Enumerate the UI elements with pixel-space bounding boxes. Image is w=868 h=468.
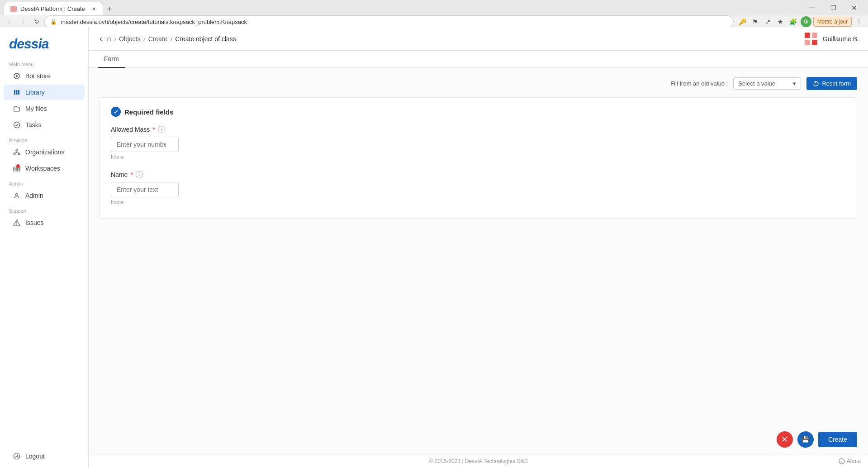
library-label: Library (25, 89, 45, 96)
translate-icon[interactable]: ⚑ (750, 16, 761, 27)
allowed-mass-input[interactable] (111, 137, 179, 152)
svg-line-12 (14, 153, 17, 153)
section-label-support: Support (0, 204, 88, 215)
reset-form-button[interactable]: Reset form (806, 77, 857, 90)
sidebar-item-admin[interactable]: Admin (4, 188, 85, 203)
issues-label: Issues (25, 219, 43, 226)
sidebar-item-my-files[interactable]: My files (4, 101, 85, 116)
breadcrumb: ‹ ⌂ › Objects › Create › Create object o… (98, 33, 236, 44)
nav-back-button[interactable]: ‹ (4, 16, 15, 28)
minimize-button[interactable]: ─ (802, 0, 823, 15)
lock-icon: 🔒 (50, 19, 57, 25)
reset-form-label: Reset form (822, 80, 851, 87)
organizations-label: Organizations (25, 148, 64, 156)
allowed-mass-hint: None (111, 154, 846, 160)
sidebar-item-bot-store[interactable]: Bot store (4, 68, 85, 84)
fill-old-value-row: Fill from an old value : Select a value … (100, 77, 857, 90)
maximize-button[interactable]: ❐ (823, 0, 844, 15)
save-icon: 💾 (802, 436, 809, 443)
share-icon[interactable]: ↗ (763, 16, 773, 27)
name-hint: None (111, 199, 846, 205)
extensions-icon[interactable]: 🔑 (737, 16, 748, 27)
name-label-text: Name (111, 171, 128, 178)
svg-point-9 (14, 153, 15, 155)
required-check-icon: ✓ (111, 107, 121, 117)
app-layout: dessia Main menu Bot store (0, 27, 868, 468)
browser-menu-icon[interactable]: ⋮ (854, 16, 864, 27)
about-label: About (847, 458, 861, 464)
user-avatar (804, 32, 818, 46)
fill-old-label: Fill from an old value : (670, 80, 728, 87)
sidebar-item-workspaces[interactable]: Workspaces (4, 161, 85, 176)
tab-close-icon[interactable]: ✕ (92, 6, 96, 12)
close-button[interactable]: ✕ (844, 0, 864, 15)
new-tab-button[interactable]: + (103, 3, 116, 15)
notification-dot (16, 164, 20, 168)
sidebar-item-issues[interactable]: Issues (4, 215, 85, 230)
cancel-button[interactable]: ✕ (777, 431, 793, 448)
about-link[interactable]: About (839, 458, 861, 464)
user-info: Guillaume B. (804, 32, 859, 46)
tab-favicon (10, 6, 17, 12)
tab-form[interactable]: Form (98, 51, 125, 68)
chevron-down-icon: ▾ (793, 80, 796, 87)
content-scroll-area: Fill from an old value : Select a value … (89, 68, 868, 425)
svg-rect-17 (17, 169, 20, 171)
breadcrumb-back-button[interactable]: ‹ (98, 33, 104, 44)
tasks-icon (13, 121, 21, 129)
svg-rect-27 (812, 40, 817, 45)
name-input[interactable] (111, 182, 179, 197)
create-button[interactable]: Create (818, 432, 857, 447)
organizations-icon (13, 148, 21, 156)
main-content: ‹ ⌂ › Objects › Create › Create object o… (89, 27, 868, 468)
allowed-mass-required: * (152, 126, 155, 133)
breadcrumb-objects[interactable]: Objects (119, 35, 140, 43)
required-fields-header: ✓ Required fields (111, 107, 846, 117)
sidebar-item-library[interactable]: Library (4, 85, 85, 100)
allowed-mass-label-text: Allowed Mass (111, 126, 150, 133)
logout-icon (13, 452, 21, 460)
field-group-name: Name * i None (111, 171, 846, 205)
breadcrumb-sep-3: › (170, 35, 172, 43)
reset-icon (813, 81, 819, 87)
svg-point-1 (16, 75, 18, 77)
breadcrumb-sep-1: › (114, 35, 116, 43)
allowed-mass-info-icon[interactable]: i (158, 126, 165, 133)
breadcrumb-current: Create object of class (175, 35, 236, 43)
nav-forward-button[interactable]: › (17, 16, 29, 28)
tab-title: DessIA Platform | Create (20, 5, 88, 12)
svg-point-10 (18, 153, 20, 155)
browser-chrome: DessIA Platform | Create ✕ + ─ ❐ ✕ ‹ › ↻… (0, 0, 868, 27)
address-bar[interactable]: 🔒 master.dessia.ovh/objects/create/tutor… (44, 15, 734, 28)
bookmark-icon[interactable]: ★ (775, 16, 786, 27)
sidebar-item-logout[interactable]: Logout (4, 449, 85, 464)
sidebar-item-organizations[interactable]: Organizations (4, 144, 85, 160)
svg-rect-14 (14, 167, 16, 169)
profile-avatar[interactable]: G (801, 16, 811, 27)
svg-point-7 (14, 122, 20, 128)
mettre-jour-button[interactable]: Mettre à jour (813, 17, 852, 27)
section-label-admin: Admin (0, 177, 88, 187)
copyright-text: © 2016-2023 | DessIA Technologies SAS (429, 458, 528, 464)
svg-rect-26 (805, 40, 810, 45)
app-header: ‹ ⌂ › Objects › Create › Create object o… (89, 27, 868, 51)
puzzle-icon[interactable]: 🧩 (788, 16, 799, 27)
select-value-text: Select a value (738, 80, 775, 87)
name-info-icon[interactable]: i (136, 171, 143, 178)
tabs-bar: Form (89, 51, 868, 68)
logout-label: Logout (25, 453, 45, 460)
breadcrumb-create[interactable]: Create (148, 35, 167, 43)
sidebar: dessia Main menu Bot store (0, 27, 89, 468)
home-icon[interactable]: ⌂ (107, 35, 111, 43)
admin-label: Admin (25, 192, 43, 199)
svg-point-21 (16, 224, 17, 225)
browser-tab[interactable]: DessIA Platform | Create ✕ (4, 2, 103, 15)
nav-refresh-button[interactable]: ↻ (31, 16, 43, 28)
breadcrumb-sep-2: › (143, 35, 145, 43)
field-label-allowed-mass: Allowed Mass * i (111, 126, 846, 133)
select-value-dropdown[interactable]: Select a value ▾ (733, 77, 801, 90)
required-fields-title: Required fields (124, 108, 173, 116)
sidebar-item-tasks[interactable]: Tasks (4, 117, 85, 133)
app-footer: © 2016-2023 | DessIA Technologies SAS Ab… (89, 454, 868, 468)
save-button[interactable]: 💾 (797, 431, 814, 448)
